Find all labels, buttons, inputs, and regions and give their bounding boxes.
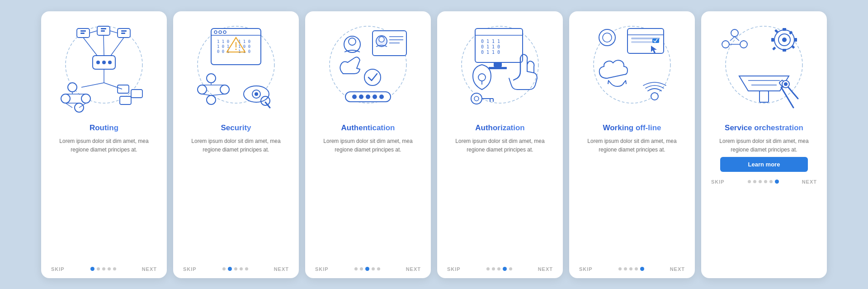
svg-line-131 — [788, 86, 798, 99]
pagination-dots — [618, 267, 644, 271]
dot-1 — [618, 267, 622, 270]
svg-rect-104 — [631, 41, 654, 43]
dot-2 — [360, 267, 363, 270]
card-security-body: Lorem ipsum dolor sit dim amet, mea regi… — [181, 137, 291, 264]
dot-4 — [764, 180, 767, 183]
svg-line-36 — [81, 83, 104, 87]
card-service-orchestration: Service orchestration Lorem ipsum dolor … — [701, 11, 827, 278]
svg-text:1 0 0: 1 0 0 — [238, 44, 250, 49]
dot-5 — [113, 267, 116, 270]
card-orchestration-body: Lorem ipsum dolor sit dim amet, mea regi… — [709, 137, 819, 154]
svg-point-55 — [207, 95, 216, 104]
svg-point-52 — [207, 74, 216, 83]
card-offline-body: Lorem ipsum dolor sit dim amet, mea regi… — [577, 137, 687, 264]
svg-point-82 — [379, 95, 384, 99]
svg-rect-113 — [771, 38, 774, 42]
svg-point-42 — [223, 31, 226, 33]
next-label[interactable]: NEXT — [670, 266, 685, 272]
svg-point-40 — [214, 31, 217, 33]
cards-container: Routing Lorem ipsum dolor sit dim amet, … — [32, 2, 836, 287]
next-label[interactable]: NEXT — [142, 266, 157, 272]
svg-text:0 1 1 0: 0 1 1 0 — [481, 50, 500, 55]
dot-3 — [497, 267, 500, 270]
skip-label[interactable]: SKIP — [51, 266, 65, 272]
svg-rect-6 — [101, 30, 105, 32]
card-security-footer: SKIP NEXT — [181, 266, 291, 272]
authentication-illustration — [318, 19, 418, 119]
svg-line-61 — [202, 94, 211, 95]
svg-line-11 — [110, 31, 118, 33]
dot-2 — [492, 267, 495, 270]
card-security: 1 1 0 1 0 1 0 0 1 1 1 0 1 0 0 1 1 0 — [173, 11, 299, 278]
card-orchestration-footer: SKIP NEXT — [709, 179, 819, 185]
svg-point-76 — [364, 69, 381, 85]
card-routing-footer: SKIP NEXT — [49, 266, 159, 272]
svg-rect-89 — [494, 62, 502, 67]
svg-point-106 — [651, 93, 658, 100]
svg-point-41 — [219, 31, 222, 33]
dot-3 — [365, 267, 369, 271]
svg-point-15 — [108, 61, 112, 64]
svg-rect-3 — [80, 33, 85, 34]
dot-4 — [240, 267, 243, 270]
next-label[interactable]: NEXT — [406, 266, 421, 272]
svg-line-16 — [83, 38, 97, 56]
svg-rect-114 — [794, 38, 797, 42]
skip-label[interactable]: SKIP — [579, 266, 593, 272]
next-label[interactable]: NEXT — [538, 266, 553, 272]
svg-point-93 — [471, 93, 482, 104]
skip-label[interactable]: SKIP — [447, 266, 461, 272]
dot-4 — [635, 267, 638, 270]
pagination-dots — [90, 267, 116, 271]
dot-5 — [509, 267, 512, 270]
svg-line-10 — [90, 31, 97, 33]
dot-2 — [753, 180, 756, 183]
next-label[interactable]: NEXT — [802, 179, 817, 185]
svg-text:0 1 1 1: 0 1 1 1 — [481, 39, 500, 44]
card-security-title: Security — [221, 123, 251, 133]
dot-1 — [354, 267, 358, 270]
dot-5 — [245, 267, 248, 270]
svg-line-60 — [211, 94, 225, 95]
card-authentication-body: Lorem ipsum dolor sit dim amet, mea regi… — [313, 137, 423, 264]
svg-point-64 — [255, 92, 258, 96]
svg-point-100 — [603, 33, 612, 42]
next-label[interactable]: NEXT — [274, 266, 289, 272]
svg-rect-117 — [772, 47, 776, 50]
svg-rect-5 — [101, 28, 106, 29]
svg-point-51 — [236, 48, 237, 50]
orchestration-illustration — [714, 19, 814, 119]
learn-more-button[interactable]: Learn more — [720, 157, 808, 172]
svg-text:1 0 1: 1 0 1 — [217, 44, 229, 49]
svg-point-133 — [784, 82, 788, 86]
dot-2 — [97, 267, 100, 270]
svg-point-78 — [352, 95, 357, 99]
card-authorization-footer: SKIP NEXT — [445, 266, 555, 272]
svg-text:1 1 0: 1 1 0 — [217, 39, 229, 44]
svg-point-13 — [96, 61, 100, 64]
skip-label[interactable]: SKIP — [315, 266, 329, 272]
card-routing-body: Lorem ipsum dolor sit dim amet, mea regi… — [49, 137, 159, 264]
dot-5 — [640, 267, 644, 271]
card-authorization-body: Lorem ipsum dolor sit dim amet, mea regi… — [445, 137, 555, 264]
svg-point-54 — [198, 85, 207, 94]
svg-point-119 — [731, 29, 738, 37]
dot-2 — [228, 267, 232, 271]
dot-3 — [629, 267, 632, 270]
svg-point-19 — [68, 83, 77, 92]
svg-point-70 — [379, 37, 384, 42]
pagination-dots — [748, 180, 779, 184]
skip-label[interactable]: SKIP — [183, 266, 197, 272]
svg-point-53 — [220, 85, 229, 94]
svg-line-17 — [104, 35, 104, 56]
svg-rect-2 — [80, 30, 86, 32]
dot-3 — [759, 180, 762, 183]
svg-text:0 1 1 0: 0 1 1 0 — [481, 44, 500, 49]
svg-point-79 — [359, 95, 363, 99]
skip-label[interactable]: SKIP — [711, 179, 725, 185]
dot-1 — [222, 267, 226, 270]
authorization-illustration: 0 1 1 1 0 1 1 0 0 1 1 0 — [450, 19, 550, 119]
svg-point-75 — [349, 38, 356, 45]
dot-4 — [372, 267, 375, 270]
svg-line-30 — [66, 103, 72, 108]
